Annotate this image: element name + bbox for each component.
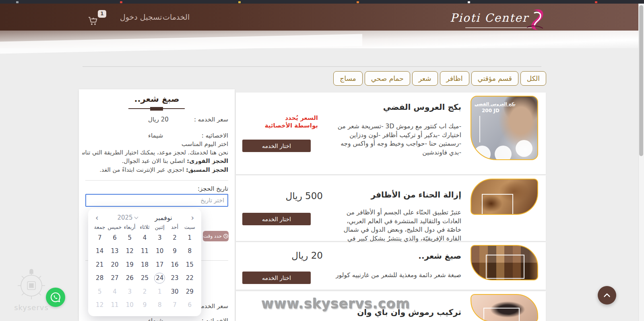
calendar-day[interactable]: 4 — [137, 231, 152, 245]
calendar-day: 6 — [182, 298, 197, 312]
tab-favicon — [120, 1, 122, 3]
weekday-label: جمعة — [92, 224, 107, 230]
browser-tab-strip — [0, 0, 644, 4]
calendar-day[interactable]: 6 — [107, 231, 122, 245]
calendar-day: 5 — [92, 285, 107, 298]
calendar-day[interactable]: 23 — [167, 272, 182, 285]
choose-service-button[interactable]: اختار الخدمه — [242, 213, 311, 225]
service-title: إزالة الحناء من الأظافر — [371, 190, 461, 200]
calendar-day[interactable]: 19 — [122, 258, 137, 272]
service-title: بكج العروس الفضي — [383, 102, 461, 112]
calendar-day[interactable]: 15 — [182, 258, 197, 272]
filter-button-hair[interactable]: شعر — [412, 71, 438, 86]
price-note: السعر يُحدد بواسطة الأخصائية — [265, 114, 318, 129]
poster-line — [479, 116, 480, 142]
calendar-day[interactable]: 10 — [152, 245, 167, 258]
year-select[interactable]: 2025 — [117, 214, 137, 221]
service-image-henna — [471, 179, 538, 215]
page-scrollbar[interactable] — [638, 4, 644, 321]
instant-booking-label: الحجز الفوري: — [187, 158, 228, 164]
calendar-grid: 1234567891011121314151617181920212223242… — [92, 231, 197, 312]
scroll-to-top-button[interactable] — [598, 286, 616, 305]
calendar-day: 4 — [107, 285, 122, 298]
calendar-day[interactable]: 28 — [92, 272, 107, 285]
tab-favicon — [468, 1, 470, 3]
header-fade-band — [0, 31, 644, 48]
logo-swoosh-icon — [525, 7, 546, 32]
calendar-day[interactable]: 12 — [122, 245, 137, 258]
whatsapp-button[interactable] — [46, 288, 65, 307]
calendar-day[interactable]: 24 — [152, 272, 167, 285]
calendar-day[interactable]: 16 — [167, 258, 182, 272]
calendar-day[interactable]: 11 — [137, 245, 152, 258]
filter-button-massage[interactable]: مساج — [333, 71, 362, 86]
nav-services-link[interactable]: الخدمات — [163, 4, 190, 31]
weekday-label: أربعاء — [122, 224, 137, 230]
poster-title: بكج العروس الفضي — [475, 101, 516, 106]
calendar-day: 1 — [152, 285, 167, 298]
bottom-specialist-label: الاخصائيه : — [202, 317, 228, 321]
calendar-day[interactable]: 8 — [182, 245, 197, 258]
booking-date-label: تاريخ الحجز: — [82, 185, 228, 192]
service-card-bride-package: بكج العروس الفضي السعر يُحدد بواسطة الأخ… — [236, 93, 546, 174]
calendar-day[interactable]: 7 — [92, 231, 107, 245]
next-month-icon[interactable]: › — [189, 212, 196, 224]
choose-service-button[interactable]: اختار الخدمه — [242, 272, 311, 284]
filter-button-temp-section[interactable]: قسم مؤقتي — [471, 71, 518, 86]
calendar-day[interactable]: 3 — [152, 231, 167, 245]
specialist-value: شيماء — [148, 132, 163, 139]
booking-date-input[interactable] — [85, 194, 228, 207]
calendar-weekdays: سبتأحدإثنينثلاثاءأربعاءخميسجمعة — [92, 224, 197, 230]
weekday-label: ثلاثاء — [137, 224, 152, 230]
calendar-day[interactable]: 30 — [167, 285, 182, 298]
calendar-day[interactable]: 1 — [182, 231, 197, 245]
bottom-specialist-value: شيماء — [148, 317, 163, 321]
scrollbar-thumb[interactable] — [639, 5, 643, 156]
calendar-day[interactable]: 18 — [137, 258, 152, 272]
service-description: -ميك اب كنتور مع رموش 3D -تسريحة شعر من … — [332, 122, 461, 157]
weekday-label: سبت — [182, 224, 197, 230]
calendar-day[interactable]: 2 — [167, 231, 182, 245]
chevron-up-icon — [604, 293, 611, 300]
calendar-day[interactable]: 13 — [107, 245, 122, 258]
datepicker-popup: ‹ 2025 نوفمبر › سبتأحدإثنينثلاثاءأربعاءخ… — [88, 208, 201, 316]
calendar-day[interactable]: 26 — [122, 272, 137, 285]
filter-button-all[interactable]: الكل — [520, 71, 546, 86]
logo-underline — [465, 27, 532, 28]
panel-divider — [85, 180, 228, 181]
services-list: بكج العروس الفضي السعر يُحدد بواسطة الأخ… — [236, 93, 546, 321]
service-card-hair-dye: صبغ شعر.. 20 ريال صبغة شعر دائمة ومغذية … — [236, 242, 546, 290]
prev-month-icon[interactable]: ‹ — [94, 212, 100, 224]
calendar-day[interactable]: 29 — [182, 285, 197, 298]
cart-icon[interactable] — [88, 16, 98, 26]
image-frame — [482, 194, 513, 215]
cart-count-badge: 1 — [98, 10, 106, 18]
choose-service-button[interactable]: اختار الخدمه — [242, 140, 311, 152]
section-divider — [83, 66, 541, 67]
category-filter-bar: الكل قسم مؤقتي اظافر شعر حمام صحي مساج — [333, 71, 546, 86]
calendar-day[interactable]: 14 — [92, 245, 107, 258]
calendar-day[interactable]: 22 — [182, 272, 197, 285]
service-image-hair — [471, 245, 538, 280]
nav-login-link[interactable]: تسجيل دخول — [120, 4, 162, 31]
calendar-day[interactable]: 20 — [107, 258, 122, 272]
calendar-day[interactable]: 25 — [137, 272, 152, 285]
site-logo[interactable]: Pioti Center — [446, 9, 545, 30]
calendar-day[interactable]: 5 — [122, 231, 137, 245]
poster-badge — [516, 140, 533, 157]
calendar-day[interactable]: 17 — [152, 258, 167, 272]
instant-booking-text: الحجز الفوري: اتصلي بنا الان عبد الجوال. — [82, 158, 228, 164]
filter-button-bath[interactable]: حمام صحي — [365, 71, 410, 86]
calendar-day[interactable]: 9 — [167, 245, 182, 258]
tab-favicon — [238, 1, 241, 3]
service-price: 500 ريال — [286, 191, 323, 201]
booking-panel: صبغ شعر.. سعر الخدمه : 20 ريال الاخصائيه… — [79, 89, 235, 321]
calendar-day: 8 — [152, 298, 167, 312]
service-price-label: سعر الخدمه : — [194, 116, 228, 123]
skyservs-watermark-text: skyservs — [7, 303, 56, 312]
set-time-button[interactable]: حدد وقت — [203, 231, 229, 241]
filter-button-nails[interactable]: اظافر — [440, 71, 469, 86]
calendar-day[interactable]: 21 — [92, 258, 107, 272]
advance-booking-label: الحجز المسبق: — [186, 167, 228, 173]
calendar-day[interactable]: 27 — [107, 272, 122, 285]
